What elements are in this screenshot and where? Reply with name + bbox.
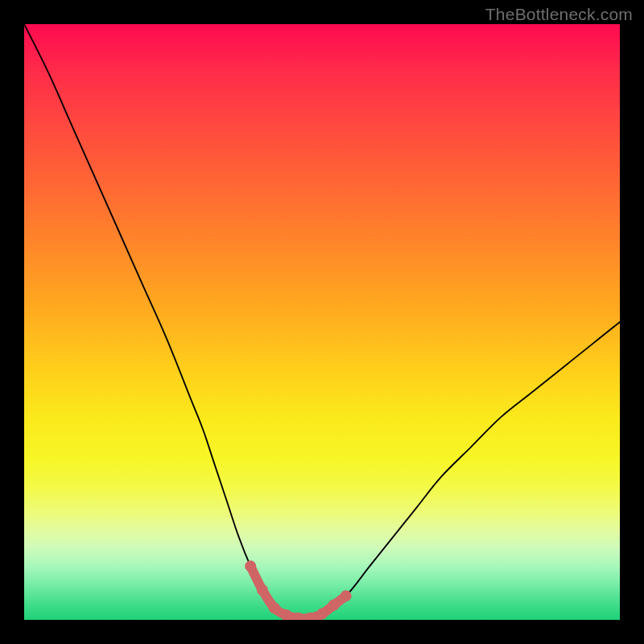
highlight-dot bbox=[257, 584, 268, 596]
highlight-dot bbox=[328, 599, 340, 610]
highlight-dot bbox=[316, 609, 328, 620]
highlight-dot bbox=[341, 590, 352, 601]
plot-area bbox=[24, 24, 620, 620]
highlight-dots bbox=[245, 560, 351, 620]
watermark-text: TheBottleneck.com bbox=[485, 5, 633, 24]
highlight-dot bbox=[269, 602, 280, 613]
chart-stage: TheBottleneck.com bbox=[0, 0, 644, 644]
highlight-dot bbox=[245, 560, 256, 572]
curve-svg bbox=[24, 24, 620, 620]
bottleneck-curve bbox=[24, 24, 620, 620]
